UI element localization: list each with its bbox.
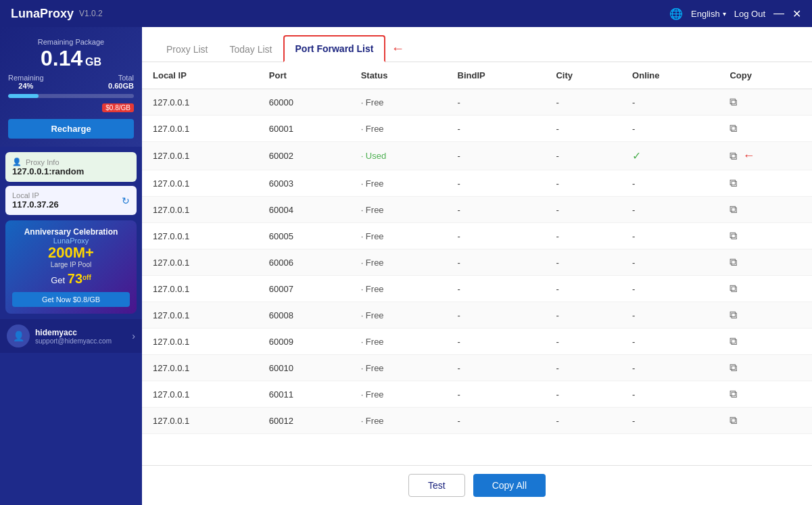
cell-port: 60011 — [258, 381, 350, 408]
cell-port: 60001 — [258, 116, 350, 142]
cell-copy: ⧉ — [719, 276, 812, 302]
table-row: 127.0.0.160003Free---⧉ — [142, 170, 812, 197]
table-row: 127.0.0.160011Free---⧉ — [142, 381, 812, 408]
content-area: Proxy List Today List Port Forward List … — [142, 27, 812, 505]
globe-icon: 🌐 — [669, 7, 683, 20]
topbar: LunaProxy V1.0.2 🌐 English ▾ Log Out — ✕ — [0, 0, 812, 27]
proxy-info-row: 👤 Proxy Info — [12, 158, 130, 166]
cell-city: - — [545, 197, 621, 223]
banner-discount-row: Get 73off — [12, 271, 130, 287]
sidebar-user: 👤 hidemyacc support@hidemyacc.com › — [0, 319, 142, 353]
language-button[interactable]: English ▾ — [691, 9, 726, 19]
row-highlight-arrow: ← — [742, 149, 755, 163]
app-version: V1.0.2 — [79, 9, 103, 18]
cell-status: Free — [350, 355, 447, 381]
copy-icon[interactable]: ⧉ — [730, 388, 737, 400]
port-forward-table: Local IP Port Status BindIP City Online … — [142, 62, 812, 434]
cell-port: 60007 — [258, 276, 350, 302]
copy-icon[interactable]: ⧉ — [730, 414, 737, 427]
copy-icon[interactable]: ⧉ — [730, 203, 737, 216]
banner-cta-button[interactable]: Get Now $0.8/GB — [12, 292, 130, 307]
banner-big-text: 200M+ — [12, 245, 130, 261]
cell-online: - — [621, 408, 719, 434]
cell-port: 60003 — [258, 170, 350, 197]
col-city: City — [545, 62, 621, 89]
discount-suffix: off — [82, 274, 91, 282]
table-header: Local IP Port Status BindIP City Online … — [142, 62, 812, 89]
copy-icon[interactable]: ⧉ — [730, 122, 737, 135]
user-name: hidemyacc — [35, 328, 126, 337]
cell-bind-ip: - — [447, 381, 546, 408]
logout-button[interactable]: Log Out — [734, 9, 765, 19]
table-row: 127.0.0.160001Free---⧉ — [142, 116, 812, 142]
cell-local-ip: 127.0.0.1 — [142, 170, 258, 197]
proxy-info-box: 👤 Proxy Info 127.0.0.1:random — [5, 152, 137, 182]
cell-bind-ip: - — [447, 89, 546, 116]
copy-icon[interactable]: ⧉ — [730, 177, 737, 189]
cell-status: Free — [350, 329, 447, 355]
tab-today-list[interactable]: Today List — [218, 37, 283, 62]
table-row: 127.0.0.160010Free---⧉ — [142, 355, 812, 381]
sidebar: Remaining Package 0.14 GB Remaining 24% … — [0, 27, 142, 505]
cell-port: 60000 — [258, 89, 350, 116]
table-row: 127.0.0.160000Free---⧉ — [142, 89, 812, 116]
cell-status: Free — [350, 223, 447, 249]
cell-local-ip: 127.0.0.1 — [142, 116, 258, 142]
copy-icon[interactable]: ⧉ — [730, 362, 737, 374]
table-row: 127.0.0.160004Free---⧉ — [142, 197, 812, 223]
close-button[interactable]: ✕ — [792, 7, 801, 20]
cell-online: - — [621, 302, 719, 329]
cell-status: Free — [350, 381, 447, 408]
cell-status: Free — [350, 249, 447, 276]
user-avatar: 👤 — [7, 324, 30, 347]
copy-icon[interactable]: ⧉ — [730, 230, 737, 242]
cell-city: - — [545, 355, 621, 381]
discount-prefix: Get — [51, 275, 68, 285]
table-row: 127.0.0.160005Free---⧉ — [142, 223, 812, 249]
recharge-button[interactable]: Recharge — [8, 119, 134, 139]
cell-bind-ip: - — [447, 116, 546, 142]
minimize-button[interactable]: — — [773, 7, 784, 20]
user-chevron-icon[interactable]: › — [132, 331, 135, 341]
cell-online: - — [621, 329, 719, 355]
local-ip-row: Local IP 117.0.37.26 ↻ — [12, 191, 130, 210]
test-button[interactable]: Test — [408, 474, 465, 497]
cell-online: - — [621, 89, 719, 116]
copy-all-button[interactable]: Copy All — [473, 474, 546, 497]
cell-city: - — [545, 381, 621, 408]
cell-copy: ⧉ — [719, 329, 812, 355]
table-body: 127.0.0.160000Free---⧉127.0.0.160001Free… — [142, 89, 812, 434]
copy-icon[interactable]: ⧉ — [730, 309, 737, 321]
copy-icon[interactable]: ⧉ — [730, 256, 737, 268]
copy-icon[interactable]: ⧉ — [730, 283, 737, 295]
cell-online: - — [621, 223, 719, 249]
copy-icon[interactable]: ⧉ — [730, 335, 737, 347]
proxy-info-label: Proxy Info — [26, 158, 59, 166]
cell-city: - — [545, 249, 621, 276]
price-badge: $0.8/GB — [102, 103, 134, 112]
cell-city: - — [545, 329, 621, 355]
cell-status: Free — [350, 302, 447, 329]
cell-bind-ip: - — [447, 249, 546, 276]
refresh-icon[interactable]: ↻ — [122, 195, 130, 206]
cell-status: Free — [350, 116, 447, 142]
cell-bind-ip: - — [447, 170, 546, 197]
cell-port: 60008 — [258, 302, 350, 329]
copy-icon[interactable]: ⧉ — [730, 150, 737, 162]
cell-online: - — [621, 249, 719, 276]
cell-bind-ip: - — [447, 276, 546, 302]
topbar-right: 🌐 English ▾ Log Out — ✕ — [669, 7, 801, 20]
copy-icon[interactable]: ⧉ — [730, 96, 737, 108]
col-online: Online — [621, 62, 719, 89]
cell-copy: ⧉ — [719, 355, 812, 381]
progress-fill — [8, 94, 39, 98]
col-copy: Copy — [719, 62, 812, 89]
table-row: 127.0.0.160002Used--✓⧉← — [142, 142, 812, 170]
tab-proxy-list[interactable]: Proxy List — [156, 37, 218, 62]
cell-status: Free — [350, 89, 447, 116]
cell-copy: ⧉ — [719, 302, 812, 329]
language-label: English — [691, 9, 720, 19]
cell-bind-ip: - — [447, 197, 546, 223]
tab-port-forward-list[interactable]: Port Forward List — [283, 35, 386, 62]
cell-city: - — [545, 408, 621, 434]
